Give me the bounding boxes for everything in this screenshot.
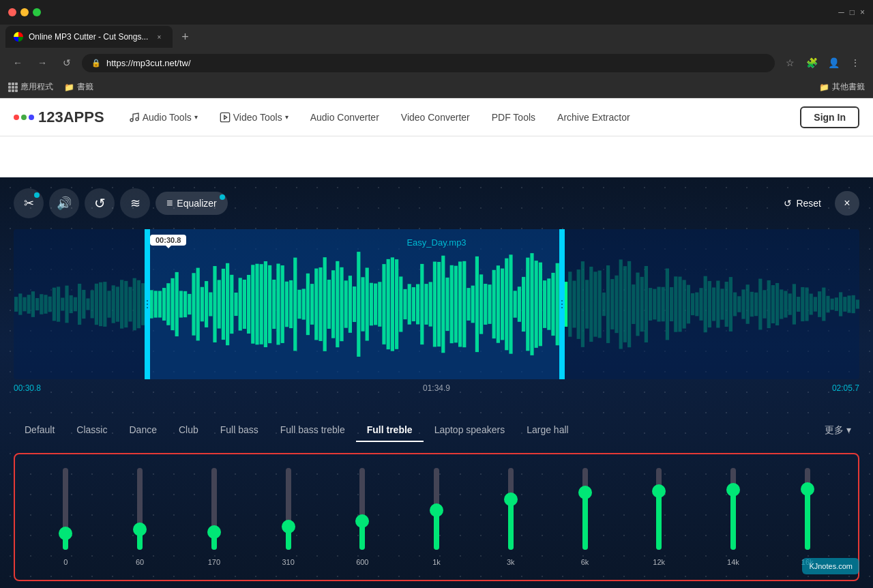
- slider-fill-14k: [730, 490, 736, 550]
- slider-track-60[interactable]: [137, 468, 143, 550]
- archive-extractor-nav[interactable]: Archive Extractor: [549, 106, 638, 128]
- slider-thumb-1k[interactable]: [430, 503, 443, 517]
- cut-tool-button[interactable]: ✂: [14, 188, 44, 218]
- slider-thumb-310[interactable]: [282, 520, 295, 533]
- other-bookmarks[interactable]: 📁 其他書籤: [819, 81, 865, 93]
- slider-fill-3k: [508, 499, 514, 550]
- slider-thumb-12k[interactable]: [652, 484, 666, 498]
- profile-icon[interactable]: 👤: [824, 53, 843, 72]
- title-bar-left: [8, 8, 41, 16]
- volume-tool-button[interactable]: 🔊: [49, 188, 79, 218]
- audio-tools-nav[interactable]: Audio Tools ▾: [121, 106, 206, 128]
- forward-btn[interactable]: →: [33, 53, 52, 72]
- audio-tools-icon: [129, 112, 140, 123]
- bookmarks-label: 書籤: [77, 81, 93, 93]
- close-window-btn[interactable]: [8, 8, 16, 16]
- preset-item-full-treble[interactable]: Full treble: [356, 419, 424, 442]
- slider-thumb-3k[interactable]: [504, 493, 518, 506]
- handle-dots-left: [147, 300, 148, 308]
- preset-item-laptop-speakers[interactable]: Laptop speakers: [424, 419, 516, 442]
- reset-button[interactable]: ↺ Reset: [775, 192, 829, 214]
- selection-handle-right[interactable]: [559, 229, 565, 379]
- back-btn[interactable]: ←: [8, 53, 27, 72]
- handle-dot: [561, 300, 563, 302]
- slider-track-310[interactable]: [286, 468, 291, 550]
- bookmark-icon[interactable]: ☆: [780, 53, 799, 72]
- slider-track-12k[interactable]: [656, 468, 662, 550]
- eq-freq-label-600: 600: [356, 558, 368, 566]
- cut-active-dot: [34, 192, 40, 198]
- handle-dots-right: [561, 300, 563, 308]
- logo[interactable]: 123APPS: [14, 108, 104, 126]
- minimize-window-btn[interactable]: [20, 8, 29, 16]
- refresh-btn[interactable]: ↺: [57, 53, 76, 72]
- slider-thumb-6k[interactable]: [578, 486, 592, 499]
- selection-overlay[interactable]: [147, 229, 563, 379]
- pdf-tools-nav[interactable]: PDF Tools: [484, 106, 544, 128]
- waveform-container[interactable]: 00:30.8 Easy_Day.mp3 // We'll draw bars …: [14, 229, 859, 379]
- video-tools-nav[interactable]: Video Tools ▾: [211, 106, 297, 128]
- eq-slider-col-170: 170: [177, 468, 251, 566]
- slider-track-1k[interactable]: [434, 468, 439, 550]
- more-presets-btn[interactable]: 更多 ▾: [816, 419, 859, 442]
- watermark-text: KJnotes.com: [809, 562, 853, 570]
- tab-close-btn[interactable]: ×: [153, 31, 164, 42]
- slider-track-16k[interactable]: [805, 468, 810, 550]
- extensions-icon[interactable]: 🧩: [802, 53, 821, 72]
- eq-slider-col-1k: 1k: [400, 468, 474, 566]
- slider-thumb-600[interactable]: [355, 514, 369, 528]
- preset-item-large-hall[interactable]: Large hall: [516, 419, 580, 442]
- preset-item-dance[interactable]: Dance: [118, 419, 167, 442]
- toolbar: ✂ 🔊 ↺ ≋ ≡ Equalizer ↺ Reset ×: [0, 177, 873, 229]
- close-icon[interactable]: ×: [860, 8, 865, 17]
- slider-thumb-60[interactable]: [133, 523, 147, 536]
- slider-track-14k[interactable]: [730, 468, 736, 550]
- preset-item-classic[interactable]: Classic: [65, 419, 118, 442]
- preset-item-full-bass-treble[interactable]: Full bass treble: [269, 419, 356, 442]
- restore-icon[interactable]: □: [850, 8, 855, 17]
- slider-track-170[interactable]: [211, 468, 217, 550]
- video-converter-label: Video Converter: [401, 112, 470, 123]
- close-icon: ×: [844, 197, 850, 209]
- eq-freq-label-6k: 6k: [581, 558, 589, 566]
- menu-icon[interactable]: ⋮: [846, 53, 865, 72]
- main-content: ✂ 🔊 ↺ ≋ ≡ Equalizer ↺ Reset × 00:30.8 Ea: [0, 177, 873, 588]
- time-tooltip: 00:30.8: [150, 235, 186, 246]
- equalizer-button[interactable]: ≡ Equalizer: [156, 192, 228, 215]
- folder-icon: 📁: [819, 83, 829, 92]
- apps-bookmark[interactable]: 應用程式: [8, 81, 53, 93]
- active-tab[interactable]: Online MP3 Cutter - Cut Songs... ×: [5, 26, 173, 48]
- sign-in-button[interactable]: Sign In: [800, 106, 859, 128]
- close-button[interactable]: ×: [835, 191, 859, 216]
- bookmarks-folder[interactable]: 📁 書籤: [64, 81, 93, 93]
- waveform-tool-button[interactable]: ≋: [120, 188, 150, 218]
- minimize-icon[interactable]: ─: [838, 8, 844, 17]
- eq-freq-label-12k: 12k: [653, 558, 665, 566]
- slider-thumb-14k[interactable]: [726, 483, 740, 497]
- eq-freq-label-310: 310: [282, 558, 294, 566]
- eq-sliders-container: 0601703106001k3k6k12k14k16k: [14, 453, 859, 581]
- other-bookmarks-label: 其他書籤: [832, 81, 865, 93]
- slider-track-0[interactable]: [63, 468, 68, 550]
- video-converter-nav[interactable]: Video Converter: [393, 106, 478, 128]
- audio-converter-nav[interactable]: Audio Converter: [302, 106, 387, 128]
- slider-thumb-0[interactable]: [59, 527, 72, 540]
- selection-handle-left[interactable]: [145, 229, 150, 379]
- preset-item-full-bass[interactable]: Full bass: [209, 419, 269, 442]
- reset-label: Reset: [796, 198, 821, 209]
- undo-tool-button[interactable]: ↺: [85, 188, 115, 218]
- slider-track-3k[interactable]: [508, 468, 514, 550]
- slider-thumb-170[interactable]: [207, 525, 221, 539]
- eq-slider-col-16k: 16k: [770, 468, 844, 566]
- preset-item-club[interactable]: Club: [168, 419, 209, 442]
- new-tab-btn[interactable]: +: [175, 27, 194, 46]
- slider-track-600[interactable]: [359, 468, 365, 550]
- title-bar: ─ □ ×: [0, 0, 873, 25]
- maximize-window-btn[interactable]: [33, 8, 41, 16]
- url-bar[interactable]: 🔒 https://mp3cut.net/tw/: [82, 54, 775, 72]
- eq-sliders-section: 0601703106001k3k6k12k14k16k: [0, 447, 873, 588]
- preset-item-default[interactable]: Default: [14, 419, 65, 442]
- slider-track-6k[interactable]: [582, 468, 588, 550]
- slider-thumb-16k[interactable]: [801, 482, 814, 496]
- eq-slider-col-0: 0: [29, 468, 103, 566]
